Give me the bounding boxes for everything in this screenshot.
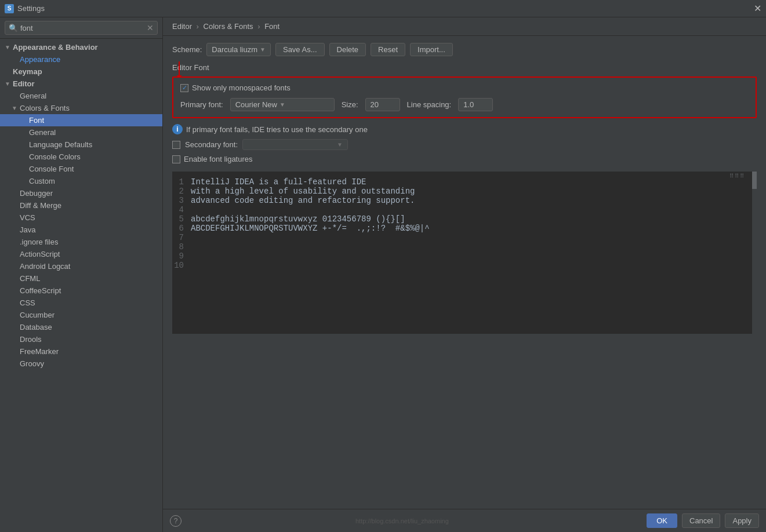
preview-line: 8: [172, 242, 757, 252]
delete-button[interactable]: Delete: [329, 43, 366, 56]
sidebar-item-android-logcat[interactable]: Android Logcat: [0, 260, 162, 272]
sidebar-item-label: .ignore files: [20, 238, 58, 246]
ligatures-row: Enable font ligatures: [172, 155, 757, 163]
sidebar-item-cfml[interactable]: CFML: [0, 272, 162, 285]
info-message: If primary font fails, IDE tries to use …: [186, 125, 368, 134]
line-content: with a high level of usability and outst…: [191, 187, 415, 196]
preview-area: ⠿⠿⠿ 1IntelliJ IDEA is a full-featured ID…: [172, 172, 757, 334]
sidebar-item-label: CFML: [20, 274, 40, 283]
sidebar-item-label: Console Font: [29, 165, 74, 173]
line-number: 10: [172, 261, 191, 270]
sidebar-item-general2[interactable]: General: [0, 126, 162, 139]
sidebar-item-debugger[interactable]: Debugger: [0, 187, 162, 199]
sidebar-item-colors-fonts[interactable]: ▼ Colors & Fonts: [0, 102, 162, 114]
app-icon: S: [5, 4, 14, 13]
sidebar-item-editor[interactable]: ▼ Editor: [0, 78, 162, 90]
sidebar-item-label: Android Logcat: [20, 262, 70, 271]
sidebar-item-actionscript[interactable]: ActionScript: [0, 248, 162, 260]
ligatures-label: Enable font ligatures: [184, 155, 253, 163]
line-number: 1: [172, 177, 191, 187]
sidebar-item-label: FreeMarker: [20, 347, 59, 356]
font-settings-box: Show only monospaced fonts Primary font:…: [172, 76, 757, 118]
search-clear-icon[interactable]: ✕: [147, 23, 154, 32]
info-icon: i: [172, 124, 183, 134]
sidebar-item-diff-merge[interactable]: Diff & Merge: [0, 199, 162, 212]
breadcrumb-part3: Font: [264, 22, 279, 31]
preview-line: 1IntelliJ IDEA is a full-featured IDE: [172, 177, 757, 187]
drag-handle[interactable]: ⠿⠿⠿: [729, 173, 745, 180]
bottom-right: OK Cancel Apply: [647, 513, 759, 528]
primary-font-dropdown[interactable]: Courier New ▼: [230, 98, 335, 111]
line-content: abcdefghijklmnopqrstuvwxyz 0123456789 ()…: [191, 214, 405, 224]
red-arrow-icon: [176, 61, 199, 78]
ligatures-checkbox[interactable]: [172, 155, 180, 163]
sidebar-item-label: CoffeeScript: [20, 286, 61, 295]
primary-font-label: Primary font:: [180, 100, 223, 109]
sidebar-item-console-font[interactable]: Console Font: [0, 163, 162, 175]
breadcrumb-part2: Colors & Fonts: [204, 22, 253, 31]
search-input-wrap: 🔍 ✕: [5, 21, 158, 35]
size-label: Size:: [342, 100, 358, 109]
sidebar-item-keymap[interactable]: Keymap: [0, 65, 162, 78]
preview-line: 10: [172, 261, 757, 270]
sidebar-item-coffeescript[interactable]: CoffeeScript: [0, 285, 162, 297]
preview-scrollbar[interactable]: [752, 172, 757, 334]
breadcrumb-part1: Editor: [172, 22, 192, 31]
save-as-button[interactable]: Save As...: [275, 43, 325, 56]
editor-font-section-title: Editor Font: [172, 63, 757, 72]
sidebar-item-general[interactable]: General: [0, 90, 162, 102]
show-monospaced-checkbox[interactable]: [180, 84, 188, 92]
arrow-icon: ▼: [5, 81, 10, 87]
sidebar-item-cucumber[interactable]: Cucumber: [0, 309, 162, 321]
sidebar-item-java[interactable]: Java: [0, 224, 162, 236]
sidebar-item-font[interactable]: Font: [0, 114, 162, 126]
sidebar-item-css[interactable]: CSS: [0, 297, 162, 309]
breadcrumb-sep2: ›: [257, 22, 260, 31]
sidebar-item-label: Appearance & Behavior: [13, 43, 98, 52]
preview-line: 4: [172, 205, 757, 214]
show-monospaced-label: Show only monospaced fonts: [192, 83, 291, 92]
sidebar-item-label: Java: [20, 225, 35, 234]
ok-button[interactable]: OK: [647, 513, 677, 528]
cancel-button[interactable]: Cancel: [682, 513, 720, 528]
breadcrumb-sep1: ›: [197, 22, 199, 31]
size-input[interactable]: [365, 98, 400, 111]
sidebar-item-label: Colors & Fonts: [20, 104, 70, 112]
sidebar-item-appearance[interactable]: Appearance: [0, 53, 162, 65]
sidebar-item-label: Appearance: [20, 55, 60, 64]
sidebar-item-label: Custom: [29, 177, 55, 185]
sidebar-item-label: Groovy: [20, 359, 44, 368]
sidebar-item-label: CSS: [20, 298, 35, 307]
reset-button[interactable]: Reset: [371, 43, 405, 56]
line-number: 8: [172, 242, 191, 252]
secondary-font-dropdown[interactable]: ▼: [242, 139, 348, 150]
sidebar-item-drools[interactable]: Drools: [0, 333, 162, 345]
sidebar-item-appearance-behavior[interactable]: ▼ Appearance & Behavior: [0, 41, 162, 53]
sidebar-item-label: Keymap: [13, 67, 42, 76]
sidebar-item-language-defaults[interactable]: Language Defaults: [0, 139, 162, 151]
apply-button[interactable]: Apply: [725, 513, 759, 528]
sidebar-item-custom[interactable]: Custom: [0, 175, 162, 187]
breadcrumb: Editor › Colors & Fonts › Font: [163, 17, 766, 36]
preview-line: 3advanced code editing and refactoring s…: [172, 196, 757, 205]
line-spacing-label: Line spacing:: [407, 100, 452, 109]
line-number: 2: [172, 187, 191, 196]
close-button[interactable]: ✕: [754, 3, 761, 14]
search-input[interactable]: [20, 24, 147, 32]
line-spacing-input[interactable]: [458, 98, 493, 111]
sidebar-item-label: Cucumber: [20, 311, 55, 319]
scheme-dropdown[interactable]: Darcula liuzm ▼: [206, 43, 271, 56]
secondary-font-checkbox[interactable]: [172, 141, 180, 149]
secondary-font-label: Secondary font:: [185, 140, 238, 149]
sidebar-item-vcs[interactable]: VCS: [0, 212, 162, 224]
sidebar-item-freemarker[interactable]: FreeMarker: [0, 345, 162, 358]
line-number: 3: [172, 196, 191, 205]
sidebar-item-ignore-files[interactable]: .ignore files: [0, 236, 162, 248]
window-title: Settings: [17, 4, 45, 13]
help-button[interactable]: ?: [170, 515, 181, 527]
import-button[interactable]: Import...: [410, 43, 453, 56]
sidebar-item-database[interactable]: Database: [0, 321, 162, 333]
sidebar-item-groovy[interactable]: Groovy: [0, 358, 162, 370]
show-monospaced-row: Show only monospaced fonts: [180, 83, 749, 92]
sidebar-item-console-colors[interactable]: Console Colors: [0, 151, 162, 163]
